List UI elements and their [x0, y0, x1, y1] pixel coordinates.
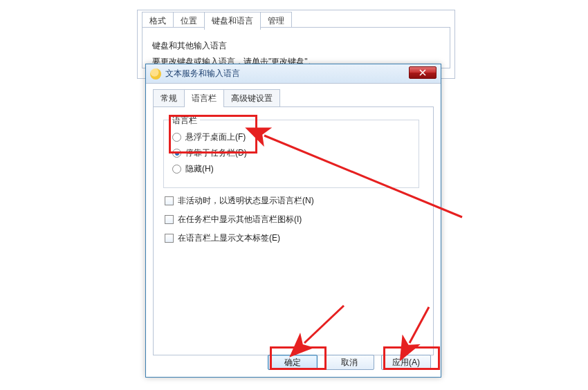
checkbox-row-text-labels[interactable]: 在语言栏上显示文本标签(E) [165, 232, 423, 244]
radio-dock-label: 停靠于任务栏(D) [185, 147, 247, 159]
radio-dock[interactable] [172, 149, 181, 158]
close-button[interactable] [409, 66, 437, 79]
parent-body: 键盘和其他输入语言 要更改键盘或输入语言，请单击"更改键盘"。 [142, 27, 450, 68]
dialog-buttons: 确定 取消 应用(A) [268, 355, 431, 370]
dialog-titlebar[interactable]: 文本服务和输入语言 [146, 64, 441, 84]
radio-row-hide[interactable]: 隐藏(H) [172, 163, 410, 175]
tab-language-bar[interactable]: 语言栏 [184, 89, 224, 107]
checkbox-extra-icons[interactable] [165, 215, 174, 224]
cancel-button[interactable]: 取消 [324, 355, 374, 370]
dialog-title: 文本服务和输入语言 [165, 68, 438, 80]
close-icon [419, 69, 426, 76]
checkbox-row-extra-icons[interactable]: 在任务栏中显示其他语言栏图标(I) [165, 214, 423, 225]
radio-hide[interactable] [172, 165, 181, 174]
checkbox-row-inactive-transparent[interactable]: 非活动时，以透明状态显示语言栏(N) [165, 195, 423, 207]
text-services-dialog: 文本服务和输入语言 常规 语言栏 高级键设置 语言栏 悬浮于桌面上(F) 停靠于… [145, 64, 441, 378]
checkbox-inactive-transparent-label: 非活动时，以透明状态显示语言栏(N) [178, 195, 314, 207]
app-icon [150, 68, 161, 80]
apply-button[interactable]: 应用(A) [381, 355, 431, 370]
checkbox-inactive-transparent[interactable] [165, 196, 174, 205]
langbar-panel: 语言栏 悬浮于桌面上(F) 停靠于任务栏(D) 隐藏(H) 非活动时，以透明状态… [153, 106, 434, 355]
checkbox-text-labels-label: 在语言栏上显示文本标签(E) [178, 232, 280, 244]
parent-heading: 键盘和其他输入语言 [152, 40, 440, 52]
dialog-body: 常规 语言栏 高级键设置 语言栏 悬浮于桌面上(F) 停靠于任务栏(D) 隐藏(… [146, 84, 441, 377]
dialog-tabs: 常规 语言栏 高级键设置 [153, 89, 434, 107]
radio-row-float[interactable]: 悬浮于桌面上(F) [172, 131, 410, 143]
tab-advanced-keys[interactable]: 高级键设置 [223, 89, 280, 107]
radio-hide-label: 隐藏(H) [185, 163, 214, 175]
tab-keyboard-language[interactable]: 键盘和语言 [204, 12, 261, 30]
langbar-groupbox: 语言栏 悬浮于桌面上(F) 停靠于任务栏(D) 隐藏(H) [163, 120, 419, 188]
ok-button[interactable]: 确定 [268, 355, 318, 370]
radio-row-dock[interactable]: 停靠于任务栏(D) [172, 147, 410, 159]
checkbox-extra-icons-label: 在任务栏中显示其他语言栏图标(I) [178, 214, 302, 225]
groupbox-legend: 语言栏 [169, 115, 200, 127]
radio-float[interactable] [172, 133, 181, 142]
tab-general[interactable]: 常规 [153, 89, 185, 107]
checkbox-text-labels[interactable] [165, 234, 174, 243]
radio-float-label: 悬浮于桌面上(F) [185, 131, 246, 143]
